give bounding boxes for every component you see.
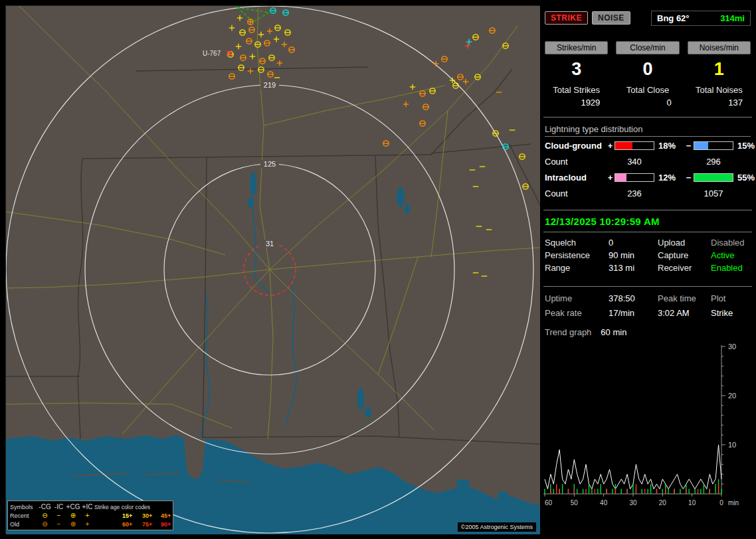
noises-per-min-button[interactable]: Noises/min — [688, 41, 751, 54]
minus-sign: − — [684, 141, 694, 151]
total-close-value: 0 — [616, 98, 679, 108]
strike-button[interactable]: STRIKE — [545, 11, 588, 25]
close-per-min-button[interactable]: Close/min — [616, 41, 679, 54]
plus-sign: + — [606, 141, 614, 151]
intracloud-row: Intracloud + 12% − 55% — [545, 169, 751, 186]
trend-graph-label: Trend graph — [545, 327, 591, 337]
divider-3 — [543, 232, 752, 232]
plot-label: Plot — [711, 293, 752, 303]
settings-section: Squelch 0 Upload Disabled Persistence 90… — [545, 238, 751, 273]
map-canvas[interactable]: 21912531 U-767 — [6, 6, 540, 534]
svg-text:30: 30 — [629, 499, 637, 506]
total-strikes-label: Total Strikes — [545, 85, 608, 95]
uptime-value: 378:50 — [609, 293, 658, 303]
old-nic-icon: − — [52, 521, 66, 528]
rates-section: Strikes/min 3 Total Strikes 1929 Close/m… — [545, 41, 751, 108]
minus-sign: − — [684, 173, 694, 183]
age-60: 60+ — [122, 521, 142, 528]
lightning-map[interactable]: 21912531 U-767 Symbols -CG -IC +CG +IC S… — [5, 5, 539, 534]
upload-label: Upload — [658, 238, 711, 248]
noises-column: Noises/min 1 Total Noises 137 — [688, 41, 751, 108]
control-panel: STRIKE NOISE Bng 62° 314mi Strikes/min 3… — [543, 5, 752, 534]
upload-status: Disabled — [711, 238, 752, 248]
datetime-display: 12/13/2025 10:29:59 AM — [545, 216, 751, 229]
legend-symbols-label: Symbols — [10, 504, 38, 510]
legend-old-label: Old — [10, 521, 38, 528]
ic-positive-count: 236 — [614, 189, 654, 198]
noises-per-min-value: 1 — [688, 58, 751, 80]
svg-text:60: 60 — [545, 499, 553, 506]
total-strikes-value: 1929 — [545, 98, 608, 108]
cg-positive-pct: 18% — [654, 141, 684, 151]
trend-graph-window: 60 min — [601, 327, 626, 337]
age-75: 75+ — [142, 521, 161, 528]
intracloud-count-row: Count 236 1057 — [545, 186, 751, 200]
panel-header-row: STRIKE NOISE Bng 62° 314mi — [545, 11, 751, 25]
close-column: Close/min 0 Total Close 0 — [616, 41, 679, 108]
capture-label: Capture — [658, 250, 711, 260]
cg-negative-pct: 15% — [733, 141, 756, 151]
plus-sign: + — [606, 173, 614, 183]
svg-text:30: 30 — [728, 343, 736, 350]
count-label: Count — [545, 157, 606, 167]
cg-positive-count: 340 — [614, 157, 654, 167]
persistence-label: Persistence — [545, 250, 609, 260]
strikes-column: Strikes/min 3 Total Strikes 1929 — [545, 41, 608, 108]
peak-rate-value: 17/min — [609, 308, 658, 318]
age-45: 45+ — [161, 512, 179, 519]
cloud-ground-row: Cloud-ground + 18% − 15% — [545, 137, 751, 154]
svg-text:20: 20 — [659, 499, 667, 506]
total-noises-label: Total Noises — [688, 85, 751, 95]
age-15: 15+ — [122, 512, 142, 519]
total-close-label: Total Close — [616, 85, 679, 95]
legend-col-pic: +IC — [80, 504, 94, 510]
svg-text:219: 219 — [264, 81, 276, 89]
svg-text:125: 125 — [264, 160, 276, 168]
peak-rate-label: Peak rate — [545, 308, 609, 318]
strikes-per-min-value: 3 — [545, 58, 608, 80]
stats-section: Uptime 378:50 Peak time Plot Peak rate 1… — [545, 293, 751, 318]
legend-header-row: Symbols -CG -IC +CG +IC Strike age color… — [10, 502, 171, 511]
legend-age-title: Strike age color codes — [94, 504, 179, 510]
bearing-value: Bng 62° — [657, 13, 690, 23]
strikes-per-min-button[interactable]: Strikes/min — [545, 41, 608, 54]
ic-negative-bar — [694, 173, 733, 182]
old-pcg-icon: ⊕ — [66, 521, 80, 528]
divider-4 — [543, 286, 752, 287]
divider-1 — [543, 117, 752, 117]
range-value: 313 mi — [609, 263, 658, 273]
legend-col-ncg: -CG — [38, 504, 52, 510]
distribution-title: Lightning type distribution — [545, 124, 751, 137]
cloud-ground-label: Cloud-ground — [545, 141, 606, 151]
legend-col-pcg: +CG — [66, 504, 80, 510]
recent-nic-icon: − — [52, 512, 66, 519]
svg-text:10: 10 — [688, 499, 696, 506]
noise-button[interactable]: NOISE — [592, 11, 630, 25]
bearing-range-value: 314mi — [720, 13, 745, 23]
trend-graph-header: Trend graph 60 min — [545, 327, 751, 337]
bearing-display: Bng 62° 314mi — [651, 11, 751, 26]
ic-negative-pct: 55% — [733, 173, 756, 183]
trend-graph: 1020306050403020100min — [543, 343, 751, 510]
ic-negative-count: 1057 — [694, 189, 733, 198]
svg-text:10: 10 — [728, 441, 736, 449]
capture-status: Active — [711, 250, 752, 260]
ic-positive-bar — [614, 173, 654, 182]
plot-value: Strike — [711, 308, 752, 318]
squelch-value: 0 — [609, 238, 658, 248]
receiver-label: Receiver — [658, 263, 711, 273]
total-noises-value: 137 — [688, 98, 751, 108]
svg-text:min: min — [728, 499, 739, 506]
intracloud-label: Intracloud — [545, 173, 606, 183]
symbol-legend: Symbols -CG -IC +CG +IC Strike age color… — [7, 501, 173, 530]
svg-text:31: 31 — [266, 240, 274, 248]
close-per-min-value: 0 — [616, 58, 679, 80]
svg-text:50: 50 — [571, 499, 579, 506]
recent-ncg-icon: ⊖ — [38, 512, 52, 519]
range-label: Range — [545, 263, 609, 273]
divider-2 — [543, 210, 752, 210]
legend-recent-row: Recent ⊖ − ⊕ + 15+ 30+ 45+ — [10, 511, 171, 520]
peak-time-value: 3:02 AM — [658, 308, 711, 318]
persistence-value: 90 min — [609, 250, 658, 260]
old-ncg-icon: ⊖ — [38, 521, 52, 528]
